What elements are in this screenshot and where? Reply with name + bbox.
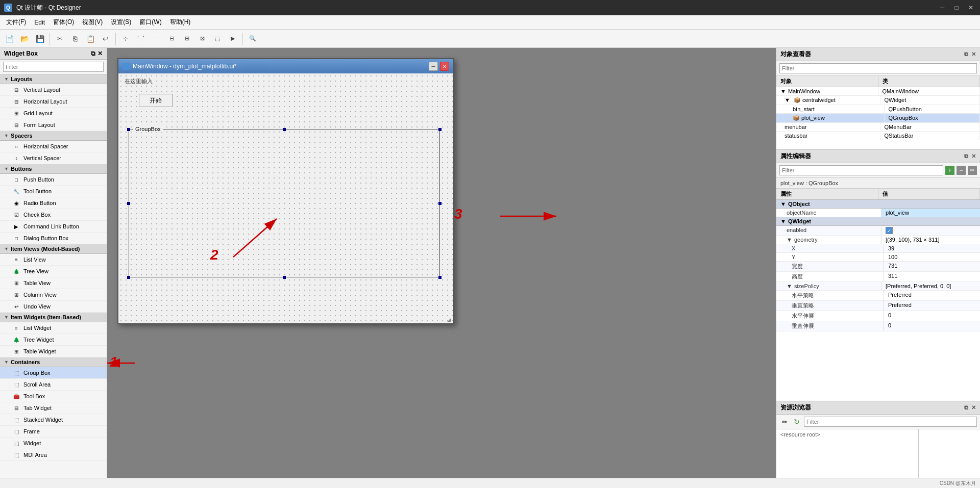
handle-ml[interactable] <box>127 202 130 205</box>
category-item-widgets[interactable]: ▼ Item Widgets (Item-Based) <box>0 313 107 322</box>
resource-edit-icon[interactable]: ✏ <box>779 417 790 427</box>
menu-help[interactable]: 帮助(H) <box>166 16 195 29</box>
widget-item-push-button[interactable]: □ Push Button <box>0 174 107 186</box>
widget-item-list-widget[interactable]: ≡ List Widget <box>0 322 107 334</box>
widget-item-dialog-button-box[interactable]: □ Dialog Button Box <box>0 233 107 244</box>
toolbar-grid[interactable]: ⊞ <box>180 32 194 46</box>
widget-box-filter-input[interactable] <box>3 62 104 72</box>
widget-item-scroll-area[interactable]: ⬚ Scroll Area <box>0 379 107 391</box>
widget-item-check-box[interactable]: ☑ Check Box <box>0 209 107 221</box>
widget-item-undo-view[interactable]: ↩ Undo View <box>0 301 107 313</box>
widget-item-horizontal-spacer[interactable]: ↔ Horizontal Spacer <box>0 141 107 152</box>
property-editor-float[interactable]: ⧉ <box>964 153 968 160</box>
toolbar-preview[interactable]: ▶ <box>226 32 240 46</box>
minimize-button[interactable]: ─ <box>937 3 947 13</box>
property-editor-close[interactable]: ✕ <box>971 153 976 160</box>
category-containers[interactable]: ▼ Containers <box>0 357 107 367</box>
category-spacers[interactable]: ▼ Spacers <box>0 131 107 141</box>
groupbox-widget-container[interactable]: GroupBox <box>129 130 440 277</box>
prop-row-vstretch[interactable]: 垂直伸展 0 <box>776 321 980 331</box>
widget-item-vertical-layout[interactable]: ⊟ Vertical Layout <box>0 84 107 96</box>
toolbar-undo[interactable]: ↩ <box>99 32 113 46</box>
prop-row-sizepolicy[interactable]: ▼sizePolicy [Preferred, Preferred, 0, 0] <box>776 282 980 291</box>
menu-settings[interactable]: 设置(S) <box>107 16 135 29</box>
prop-row-vpolicy[interactable]: 垂直策略 Preferred <box>776 301 980 311</box>
widget-item-tool-button[interactable]: 🔧 Tool Button <box>0 186 107 197</box>
designer-canvas[interactable]: 在这里输入 开始 GroupBox <box>118 73 453 323</box>
menu-file[interactable]: 文件(F) <box>2 16 30 29</box>
widget-box-float[interactable]: ⧉ <box>91 50 95 57</box>
prop-row-objectname[interactable]: objectName plot_view <box>776 209 980 217</box>
prop-row-x[interactable]: X 39 <box>776 244 980 253</box>
resource-browser-float[interactable]: ⧉ <box>964 404 968 411</box>
widget-item-table-view[interactable]: ⊞ Table View <box>0 277 107 289</box>
menu-form[interactable]: 窗体(O) <box>49 16 78 29</box>
prop-row-geometry[interactable]: ▼geometry [(39, 100), 731 × 311] <box>776 236 980 244</box>
toolbar-paste[interactable]: 📋 <box>83 32 97 46</box>
toolbar-align1[interactable]: ⋮⋮ <box>134 32 148 46</box>
toolbar-new[interactable]: 📄 <box>2 32 16 46</box>
designer-minimize-btn[interactable]: ─ <box>429 62 438 71</box>
toolbar-align4[interactable]: ⊠ <box>195 32 209 46</box>
prop-section-qobject[interactable]: ▼QObject <box>776 200 980 209</box>
close-button[interactable]: ✕ <box>966 3 976 13</box>
tree-row-plot-view[interactable]: 📦plot_view QGroupBox <box>776 114 980 123</box>
prop-row-height[interactable]: 高度 311 <box>776 272 980 282</box>
widget-item-stacked-widget[interactable]: ⬚ Stacked Widget <box>0 414 107 426</box>
prop-row-width[interactable]: 宽度 731 <box>776 262 980 272</box>
toolbar-cut[interactable]: ✂ <box>53 32 67 46</box>
tree-row-centralwidget[interactable]: ▼ 📦centralwidget QWidget <box>776 96 980 105</box>
handle-tr[interactable] <box>438 128 442 131</box>
widget-item-command-link-button[interactable]: ▶ Command Link Button <box>0 221 107 233</box>
widget-item-list-view[interactable]: ≡ List View <box>0 254 107 266</box>
widget-item-vertical-spacer[interactable]: ↕ Vertical Spacer <box>0 152 107 164</box>
toolbar-select[interactable]: ⊹ <box>118 32 133 46</box>
property-filter-input[interactable] <box>779 165 943 175</box>
property-add-btn[interactable]: + <box>945 166 954 175</box>
menu-edit[interactable]: Edit <box>30 17 49 28</box>
widget-item-tab-widget[interactable]: ⊟ Tab Widget <box>0 402 107 414</box>
toolbar-open[interactable]: 📂 <box>17 32 32 46</box>
toolbar-save[interactable]: 💾 <box>33 32 47 46</box>
maximize-button[interactable]: □ <box>951 3 962 13</box>
prop-row-enabled[interactable]: enabled ✓ <box>776 226 980 236</box>
menu-view[interactable]: 视图(V) <box>78 16 107 29</box>
widget-item-mdi-area[interactable]: ⬚ MDI Area <box>0 449 107 461</box>
canvas-resize-handle[interactable]: ◢ <box>447 317 451 322</box>
menu-window[interactable]: 窗口(W) <box>135 16 165 29</box>
enabled-checkbox[interactable]: ✓ <box>886 227 893 234</box>
tree-row-mainwindow[interactable]: ▼MainWindow QMainWindow <box>776 87 980 96</box>
prop-row-y[interactable]: Y 100 <box>776 253 980 262</box>
tree-row-menubar[interactable]: menubar QMenuBar <box>776 123 980 132</box>
handle-br[interactable] <box>438 276 442 279</box>
property-edit-btn[interactable]: ✏ <box>968 166 977 175</box>
handle-tl[interactable] <box>127 128 130 131</box>
resource-browser-close[interactable]: ✕ <box>971 404 976 411</box>
widget-item-grid-layout[interactable]: ⊞ Grid Layout <box>0 108 107 119</box>
object-inspector-close[interactable]: ✕ <box>971 51 976 58</box>
category-item-views[interactable]: ▼ Item Views (Model-Based) <box>0 244 107 254</box>
prop-row-hstretch[interactable]: 水平伸展 0 <box>776 311 980 321</box>
widget-item-widget[interactable]: ⬚ Widget <box>0 438 107 449</box>
resource-filter-input[interactable] <box>804 417 977 427</box>
toolbar-align2[interactable]: ⋯ <box>149 32 163 46</box>
widget-item-tree-view[interactable]: 🌲 Tree View <box>0 266 107 277</box>
property-remove-btn[interactable]: − <box>957 166 966 175</box>
widget-item-form-layout[interactable]: ⊟ Form Layout <box>0 119 107 131</box>
handle-bm[interactable] <box>283 276 286 279</box>
widget-item-frame[interactable]: ⬚ Frame <box>0 426 107 438</box>
object-inspector-filter[interactable] <box>779 63 977 73</box>
tree-row-statusbar[interactable]: statusbar QStatusBar <box>776 132 980 140</box>
resource-refresh-icon[interactable]: ↻ <box>792 417 802 427</box>
prop-section-qwidget[interactable]: ▼QWidget <box>776 217 980 226</box>
widget-item-tree-widget[interactable]: 🌲 Tree Widget <box>0 334 107 346</box>
toolbar-layout[interactable]: ⬚ <box>210 32 225 46</box>
handle-mr[interactable] <box>438 202 442 205</box>
designer-close-btn[interactable]: ✕ <box>440 62 449 71</box>
category-buttons[interactable]: ▼ Buttons <box>0 164 107 174</box>
toolbar-copy[interactable]: ⎘ <box>68 32 82 46</box>
handle-bl[interactable] <box>127 276 130 279</box>
toolbar-zoom[interactable]: 🔍 <box>246 32 260 46</box>
widget-item-tool-box[interactable]: 🧰 Tool Box <box>0 391 107 402</box>
widget-item-column-view[interactable]: ⊞ Column View <box>0 289 107 301</box>
